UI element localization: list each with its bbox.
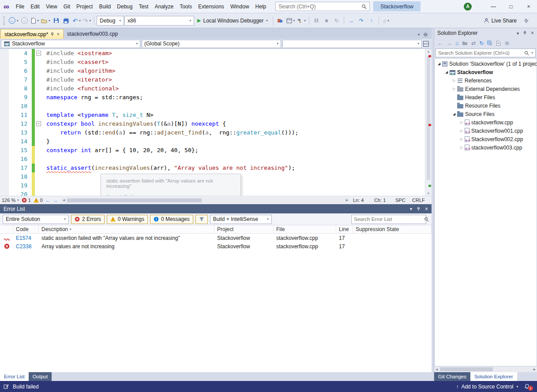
expander-closed-icon[interactable]: ▷: [459, 146, 464, 149]
back-icon[interactable]: ←: [438, 41, 443, 46]
status-tasks-icon[interactable]: [4, 384, 9, 389]
menu-git[interactable]: Git: [60, 1, 73, 12]
zoom-dropdown[interactable]: 126 %▾: [2, 198, 19, 203]
expander-open-icon[interactable]: ◢: [451, 112, 457, 116]
properties-icon[interactable]: [504, 41, 510, 46]
solution-explorer-title-bar[interactable]: Solution Explorer ▾ ×: [434, 28, 537, 38]
undo-button[interactable]: ↶▾: [72, 15, 82, 26]
member-dropdown[interactable]: ▾: [282, 40, 422, 48]
error-list-title-bar[interactable]: Error List ▾ ×: [0, 204, 432, 213]
code-editor[interactable]: 4−#include <iostream>5#include <cassert>…: [0, 49, 432, 196]
start-debugger-button[interactable]: ▶Local Windows Debugger▾: [195, 15, 270, 26]
fold-collapse-icon[interactable]: −: [36, 121, 41, 126]
stop-debugging-button[interactable]: ■: [322, 15, 331, 26]
code-line[interactable]: 8#include <functional>: [0, 84, 425, 93]
switch-views-icon[interactable]: [462, 41, 468, 45]
tree-item-header-files[interactable]: Header Files: [435, 93, 537, 101]
menu-tools[interactable]: Tools: [176, 1, 195, 12]
split-editor-icon[interactable]: [423, 41, 429, 47]
expander-closed-icon[interactable]: ▷: [451, 78, 457, 82]
scroll-down-icon[interactable]: ▼: [425, 192, 432, 195]
add-to-source-control-button[interactable]: ↑ Add to Source Control ▾: [456, 384, 518, 390]
tree-item-solution-stackoverflow-1-of-1-project[interactable]: ◢Solution 'Stackoverflow' (1 of 1 projec…: [435, 60, 537, 68]
account-avatar[interactable]: A: [464, 3, 472, 11]
attach-to-process-button[interactable]: [275, 15, 285, 26]
maximize-button[interactable]: □: [503, 0, 519, 13]
caret-mark[interactable]: [428, 185, 431, 187]
pin-icon[interactable]: [50, 32, 54, 37]
tree-item-external-dependencies[interactable]: ▷External Dependencies: [435, 85, 537, 93]
code-line[interactable]: 10: [0, 102, 425, 111]
code-line[interactable]: 13 return (std::end(a) == rng::adjacent_…: [0, 128, 425, 137]
expander-closed-icon[interactable]: ▷: [459, 129, 464, 133]
error-row-c2338[interactable]: C2338Array values are not increasingStac…: [0, 242, 432, 250]
expander-closed-icon[interactable]: ▷: [459, 120, 464, 124]
messages-filter-button[interactable]: 0 Messages: [150, 215, 193, 224]
tree-item-stackoverflow001-cpp[interactable]: ▷++Stackoverflow001.cpp: [435, 127, 537, 135]
solution-search-box[interactable]: ▾: [436, 49, 536, 57]
show-all-files-icon[interactable]: [496, 41, 501, 46]
error-list-search-box[interactable]: ▾: [351, 215, 426, 224]
errors-filter-button[interactable]: 2 Errors: [71, 215, 105, 224]
code-line[interactable]: 6#include <algorithm>: [0, 67, 425, 75]
menu-help[interactable]: Help: [252, 1, 270, 12]
menu-project[interactable]: Project: [73, 1, 96, 12]
scroll-left-icon[interactable]: ◀: [434, 366, 439, 372]
error-list-search-input[interactable]: [354, 217, 422, 222]
step-over-button[interactable]: ↷: [357, 15, 366, 26]
forward-icon[interactable]: →: [447, 41, 452, 46]
pin-icon[interactable]: [417, 207, 421, 211]
code-line[interactable]: 17static_assert(increasingValues(arr), "…: [0, 164, 425, 172]
fold-collapse-icon[interactable]: −: [36, 51, 41, 56]
scope-dropdown[interactable]: (Global Scope)▾: [142, 40, 281, 48]
column-header-file[interactable]: File: [274, 225, 336, 233]
configuration-dropdown[interactable]: Debug▾: [97, 16, 124, 26]
editor-error-count[interactable]: 1: [22, 198, 31, 203]
editor-tab-stackoverflow-cpp[interactable]: stackoverflow.cpp*×: [0, 29, 64, 39]
redo-button[interactable]: ↷▾: [82, 15, 92, 26]
feedback-button[interactable]: [521, 15, 531, 26]
project-dropdown[interactable]: ++ Stackoverflow▾: [1, 40, 140, 48]
error-code[interactable]: C2338: [13, 243, 39, 250]
vertical-scrollbar-thumb[interactable]: [427, 56, 430, 180]
warnings-filter-button[interactable]: 0 Warnings: [107, 215, 148, 224]
code-line[interactable]: 15constexpr int arr[] = { 10, 20, 20, 40…: [0, 146, 425, 155]
menu-analyze[interactable]: Analyze: [151, 1, 176, 12]
window-position-icon[interactable]: ▾: [517, 31, 519, 36]
minimize-button[interactable]: —: [485, 0, 502, 13]
expander-closed-icon[interactable]: ▷: [451, 87, 457, 91]
notifications-button[interactable]: 1: [524, 384, 530, 389]
error-mark[interactable]: [428, 124, 431, 126]
source-filter-dropdown[interactable]: Build + IntelliSense▾: [210, 215, 272, 224]
column-header-suppression-state[interactable]: Suppression State: [353, 225, 432, 233]
platform-dropdown[interactable]: x86▾: [124, 16, 194, 26]
window-layout-button[interactable]: ▾: [285, 15, 296, 26]
close-icon[interactable]: ×: [531, 30, 534, 36]
code-line[interactable]: 16: [0, 155, 425, 164]
navigate-back-button[interactable]: ←▾: [8, 15, 19, 26]
tree-item-stackoverflow002-cpp[interactable]: ▷++Stackoverflow002.cpp: [435, 135, 537, 143]
save-button[interactable]: [52, 15, 61, 26]
find-button[interactable]: ⌂▾: [381, 15, 391, 26]
navigate-forward-button[interactable]: →: [20, 15, 30, 26]
tree-item-stackoverflow[interactable]: ◢++Stackoverflow: [435, 68, 537, 76]
panel-tab-git-changes[interactable]: Git Changes: [434, 372, 470, 381]
menu-build[interactable]: Build: [96, 1, 114, 12]
editor-tab-stackoverflow003-cpp[interactable]: stackoverflow003.cpp: [64, 29, 121, 39]
error-row-e1574[interactable]: E1574static assertion failed with "Array…: [0, 234, 432, 242]
save-all-button[interactable]: [62, 15, 71, 26]
scroll-right-icon[interactable]: ▶: [345, 198, 349, 203]
tree-item-resource-files[interactable]: Resource Files: [435, 101, 537, 110]
expander-closed-icon[interactable]: ▷: [459, 137, 464, 141]
collapse-all-icon[interactable]: [487, 41, 492, 46]
code-line[interactable]: 12−constexpr bool increasingValues(T(&a)…: [0, 119, 425, 128]
step-out-button[interactable]: ↑: [367, 15, 376, 26]
horizontal-scrollbar-thumb[interactable]: [67, 198, 202, 202]
scroll-up-icon[interactable]: ▲: [425, 50, 432, 53]
column-header-project[interactable]: Project: [214, 225, 274, 233]
code-line[interactable]: 7#include <iterator>: [0, 75, 425, 84]
scroll-left-icon[interactable]: ◀: [61, 198, 66, 203]
active-files-dropdown-icon[interactable]: ▾: [418, 33, 420, 37]
open-file-button[interactable]: ▾: [40, 15, 51, 26]
code-line[interactable]: 5#include <cassert>: [0, 58, 425, 67]
